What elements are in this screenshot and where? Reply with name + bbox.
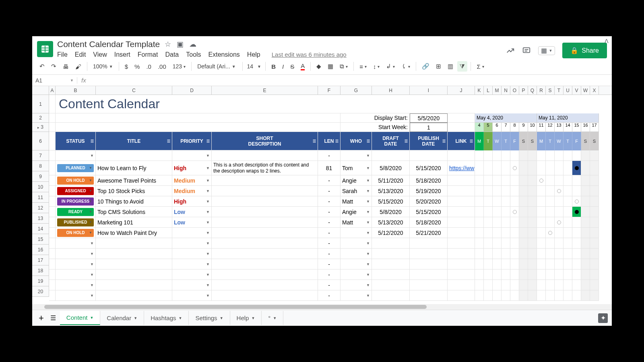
len-cell[interactable]: - xyxy=(318,228,341,238)
draft-cell[interactable] xyxy=(372,290,410,301)
cal-daynum[interactable]: 6 xyxy=(493,123,502,132)
cal-cell[interactable] xyxy=(581,217,590,228)
len-cell[interactable]: - xyxy=(318,196,341,207)
cal-cell[interactable] xyxy=(510,207,519,217)
cal-cell[interactable] xyxy=(484,161,493,175)
cal-cell[interactable] xyxy=(572,217,581,228)
link-cell[interactable] xyxy=(448,280,475,290)
cal-cell[interactable] xyxy=(493,238,502,249)
cell[interactable] xyxy=(49,269,56,280)
cal-cell[interactable] xyxy=(519,186,528,196)
cal-cell[interactable] xyxy=(537,186,546,196)
header-title[interactable]: TITLE☰ xyxy=(96,132,172,150)
priority-cell[interactable]: ▼ xyxy=(172,150,212,161)
title-cell[interactable]: Top CMS Solutions xyxy=(96,207,172,217)
cal-cell[interactable] xyxy=(546,161,555,175)
cell[interactable] xyxy=(49,123,56,132)
publish-cell[interactable]: 5/19/2020 xyxy=(410,186,448,196)
cal-cell[interactable] xyxy=(528,290,537,301)
cal-cell[interactable] xyxy=(475,186,484,196)
cal-cell[interactable] xyxy=(502,150,510,161)
cal-cell[interactable] xyxy=(555,186,564,196)
len-cell[interactable]: - xyxy=(318,238,341,249)
cal-cell[interactable] xyxy=(510,269,519,280)
comment-icon[interactable]: ⊞ xyxy=(433,61,444,72)
cal-cell[interactable] xyxy=(590,175,599,186)
draft-cell[interactable] xyxy=(372,249,410,259)
len-cell[interactable]: - xyxy=(318,217,341,228)
link-cell[interactable] xyxy=(448,207,475,217)
cal-cell[interactable] xyxy=(484,207,493,217)
cal-cell[interactable] xyxy=(493,175,502,186)
cal-cell[interactable] xyxy=(528,217,537,228)
cal-cell[interactable] xyxy=(528,228,537,238)
menu-view[interactable]: View xyxy=(93,51,107,58)
row-header-19[interactable]: 19 xyxy=(32,276,49,286)
bold-icon[interactable]: B xyxy=(269,62,278,72)
cell[interactable] xyxy=(49,280,56,290)
currency-icon[interactable]: $ xyxy=(122,62,130,72)
priority-cell[interactable]: ▼ xyxy=(172,249,212,259)
doc-title[interactable]: Content Calendar Template xyxy=(57,39,160,49)
publish-cell[interactable] xyxy=(410,238,448,249)
cell-a1[interactable] xyxy=(49,95,56,113)
desc-cell[interactable] xyxy=(212,249,318,259)
cal-cell[interactable] xyxy=(564,196,572,207)
who-cell[interactable]: ▼ xyxy=(341,249,372,259)
cal-daynum[interactable]: 8 xyxy=(510,123,519,132)
who-cell[interactable]: ▼ xyxy=(341,228,372,238)
cal-cell[interactable] xyxy=(546,150,555,161)
col-header-A[interactable]: A xyxy=(49,86,56,95)
who-cell[interactable]: Matt▼ xyxy=(341,217,372,228)
cal-cell[interactable] xyxy=(581,186,590,196)
cal-cell[interactable] xyxy=(475,228,484,238)
cal-cell[interactable] xyxy=(555,228,564,238)
cal-cell[interactable] xyxy=(572,207,581,217)
cal-cell[interactable] xyxy=(537,249,546,259)
cal-cell[interactable] xyxy=(484,228,493,238)
who-cell[interactable]: Angie▼ xyxy=(341,175,372,186)
cal-cell[interactable] xyxy=(484,175,493,186)
spreadsheet-grid[interactable]: ABCDEFGHIJKLMNOPQRSTUVWX 12▸ 36789101112… xyxy=(32,86,612,304)
cal-cell[interactable] xyxy=(564,175,572,186)
cal-cell[interactable] xyxy=(528,249,537,259)
cell[interactable] xyxy=(49,113,56,123)
link-cell[interactable] xyxy=(448,196,475,207)
cal-cell[interactable] xyxy=(510,175,519,186)
header-draft[interactable]: DRAFTDATE☰ xyxy=(372,132,410,150)
fill-color-icon[interactable]: ◆ xyxy=(314,61,324,72)
cal-cell[interactable] xyxy=(510,228,519,238)
cal-cell[interactable] xyxy=(555,175,564,186)
cell[interactable] xyxy=(49,196,56,207)
cal-cell[interactable] xyxy=(502,217,510,228)
cal-cell[interactable] xyxy=(590,217,599,228)
activity-icon[interactable] xyxy=(506,46,515,55)
col-header-V[interactable]: V xyxy=(572,86,581,95)
publish-cell[interactable] xyxy=(410,249,448,259)
status-cell[interactable]: ▼ xyxy=(56,280,96,290)
desc-cell[interactable]: This is a short description of this cont… xyxy=(212,161,318,175)
link-cell[interactable] xyxy=(448,186,475,196)
rotate-icon[interactable]: ⤹▾ xyxy=(399,61,413,72)
sheet-tab-content[interactable]: Content ▼ xyxy=(60,311,100,325)
menu-insert[interactable]: Insert xyxy=(114,51,130,58)
cal-cell[interactable] xyxy=(493,269,502,280)
cal-cell[interactable] xyxy=(484,290,493,301)
priority-cell[interactable]: ▼ xyxy=(172,269,212,280)
link-cell[interactable] xyxy=(448,228,475,238)
row-header-10[interactable]: 10 xyxy=(32,182,49,192)
cal-cell[interactable] xyxy=(519,290,528,301)
cal-cell[interactable] xyxy=(519,249,528,259)
len-cell[interactable]: - xyxy=(318,175,341,186)
publish-cell[interactable] xyxy=(410,259,448,269)
cal-daylbl[interactable]: S xyxy=(581,132,590,150)
cal-cell[interactable] xyxy=(519,161,528,175)
len-cell[interactable]: - xyxy=(318,290,341,301)
cal-cell[interactable] xyxy=(502,280,510,290)
cal-cell[interactable] xyxy=(572,280,581,290)
status-cell[interactable]: READY▼ xyxy=(56,207,96,217)
move-icon[interactable]: ▣ xyxy=(177,40,184,49)
row-header-18[interactable]: 18 xyxy=(32,265,49,276)
cell[interactable] xyxy=(56,123,341,132)
who-cell[interactable]: ▼ xyxy=(341,290,372,301)
